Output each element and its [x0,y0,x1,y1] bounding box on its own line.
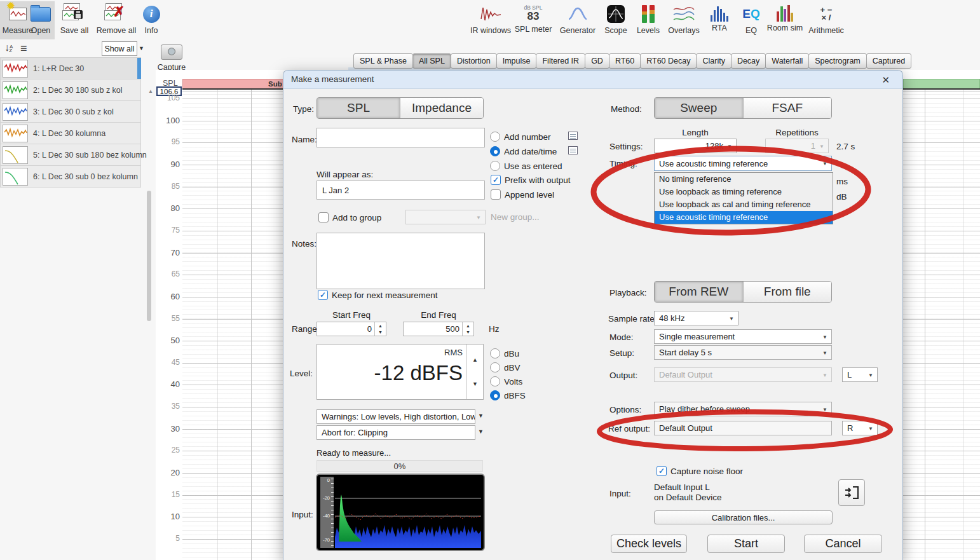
info-button[interactable]: i Info [137,4,165,35]
add-datetime-radio[interactable] [490,146,500,156]
show-all-arrow-icon[interactable]: ▼ [139,45,144,51]
method-fsaf-button[interactable]: FSAF [743,98,832,118]
timing-option-use-loopback-as-timing-reference[interactable]: Use loopback as timing reference [655,186,833,198]
timing-option-use-loopback-as-cal-and-timing-reference[interactable]: Use loopback as cal and timing reference [655,198,833,211]
check-levels-button[interactable]: Check levels [611,535,687,553]
tab-gd[interactable]: GD [585,53,609,69]
tab-rt60[interactable]: RT60 [609,53,641,69]
tab-spectrogram[interactable]: Spectrogram [808,53,867,69]
tab-decay[interactable]: Decay [731,53,766,69]
save-all-icon [64,4,85,24]
abort-combo[interactable]: Abort for: Clipping [316,425,475,440]
end-freq-spinner[interactable]: ▲▼ [462,322,473,336]
spectrum-scale-tick: -70 [323,537,330,543]
start-freq-input[interactable]: 0 ▲▼ [316,322,386,336]
type-impedance-button[interactable]: Impedance [400,98,483,118]
list-item[interactable]: 2: L Dec 30 180 sub z kol [0,79,141,101]
timing-option-use-acoustic-timing-reference[interactable]: Use acoustic timing reference [655,211,833,224]
level-spinner[interactable]: ▲▼ [466,345,483,399]
spl-meter-button[interactable]: dB SPL 83 SPL meter [512,3,554,34]
rta-button[interactable]: RTA [707,4,732,32]
playback-from-rew-button[interactable]: From REW [655,282,743,302]
list-item[interactable]: 3: L Dec 30 0 sub z kol [0,101,141,123]
levels-button[interactable]: Levels [633,4,664,35]
dbfs-radio[interactable] [490,390,500,400]
output-combo[interactable]: Default Output▼ [654,367,832,382]
number-format-icon[interactable] [568,132,578,140]
calibration-files-button[interactable]: Calibration files... [654,510,833,524]
list-item[interactable]: 4: L Dec 30 kolumna [0,123,141,144]
mode-combo[interactable]: Single measurement▼ [654,329,832,344]
overlays-button[interactable]: Overlays [665,4,703,35]
options-combo[interactable]: Play dither before sweep▼ [654,402,832,416]
tab-all-spl[interactable]: All SPL [412,53,451,69]
setup-combo[interactable]: Start delay 5 s▼ [654,345,832,360]
abort-arrow-icon[interactable]: ▼ [478,428,484,435]
list-item[interactable]: 6: L Dec 30 sub 0 bez kolumn [0,166,141,188]
sidebar-scrollbar[interactable] [147,191,151,321]
tab-captured[interactable]: Captured [866,53,911,69]
tab-spl-phase[interactable]: SPL & Phase [353,53,413,69]
scope-button[interactable]: Scope [601,4,630,35]
method-sweep-button[interactable]: Sweep [655,98,743,118]
type-spl-button[interactable]: SPL [317,98,400,118]
tab-filtered-ir[interactable]: Filtered IR [536,53,585,69]
open-button[interactable]: Open [24,4,57,35]
capture-button[interactable]: Capture [156,44,187,72]
warnings-arrow-icon[interactable]: ▼ [478,413,484,419]
arithmetic-button[interactable]: + −× / Arithmetic [806,4,847,35]
output-channel-combo[interactable]: L▼ [842,367,878,382]
generator-button[interactable]: Generator [558,4,597,35]
tab-clarity[interactable]: Clarity [696,53,731,69]
repetitions-combo[interactable]: 1▼ [765,139,829,153]
timing-combo[interactable]: Use acoustic timing reference▼ [654,156,832,171]
use-as-entered-radio[interactable] [490,161,500,171]
room-sim-button[interactable]: Room sim [764,4,806,32]
eq-button[interactable]: EQ EQ [738,4,764,35]
use-as-entered-label: Use as entered [504,161,562,171]
start-button[interactable]: Start [707,535,785,553]
tab-distortion[interactable]: Distortion [451,53,497,69]
prefix-with-output-checkbox[interactable]: ✓ [491,175,501,185]
capture-noise-floor-checkbox[interactable]: ✓ [657,466,667,476]
dbu-radio[interactable] [490,348,500,359]
menu-icon[interactable]: ≡ [20,42,28,55]
mode-label: Mode: [609,332,634,342]
save-all-button[interactable]: Save all [55,4,94,35]
warnings-combo[interactable]: Warnings: Low levels, High distortion, L… [316,409,475,424]
tab-rt60-decay[interactable]: RT60 Decay [640,53,697,69]
sample-rate-combo[interactable]: 48 kHz▼ [654,311,738,325]
playback-from-file-button[interactable]: From file [743,282,832,302]
show-all-dropdown[interactable]: Show all [102,41,137,56]
ir-windows-button[interactable]: IR windows [468,4,514,35]
length-combo[interactable]: 128k▼ [654,139,737,153]
close-icon[interactable]: ✕ [878,73,894,87]
remove-all-button[interactable]: ✗ Remove all [94,4,139,35]
notes-textarea[interactable] [316,233,485,289]
group-combo[interactable]: ▼ [405,210,486,224]
add-to-group-checkbox[interactable]: ✓ [318,212,329,222]
timing-option-no-timing-reference[interactable]: No timing reference [655,173,833,186]
panel-collapse-icon[interactable]: ▲ [148,88,153,94]
add-number-radio[interactable] [490,132,500,142]
level-value-box[interactable]: RMS -12 dBFS ▲▼ [316,344,484,400]
list-item[interactable]: 5: L Dec 30 sub 180 bez kolumn [0,144,141,166]
name-input[interactable] [316,128,485,147]
datetime-format-icon[interactable] [568,146,578,154]
append-level-checkbox[interactable]: ✓ [491,189,501,200]
end-freq-input[interactable]: 500 ▲▼ [403,322,474,336]
sort-icon[interactable]: ↓AZ [4,42,12,53]
ref-output-field[interactable]: Default Output [654,421,832,435]
cancel-button[interactable]: Cancel [804,535,882,553]
dialog-titlebar[interactable]: Make a measurement ✕ [283,71,902,89]
volts-radio[interactable] [490,376,500,386]
keep-for-next-checkbox[interactable]: ✓ [318,290,328,300]
input-routing-button[interactable] [838,479,865,506]
dbv-radio[interactable] [490,362,500,372]
list-item[interactable]: 1: L+R Dec 30 [0,57,141,79]
tab-impulse[interactable]: Impulse [496,53,537,69]
new-group-link[interactable]: New group... [491,212,540,222]
tab-waterfall[interactable]: Waterfall [765,53,809,69]
start-freq-spinner[interactable]: ▲▼ [374,322,386,336]
ref-output-channel-combo[interactable]: R▼ [842,421,878,435]
